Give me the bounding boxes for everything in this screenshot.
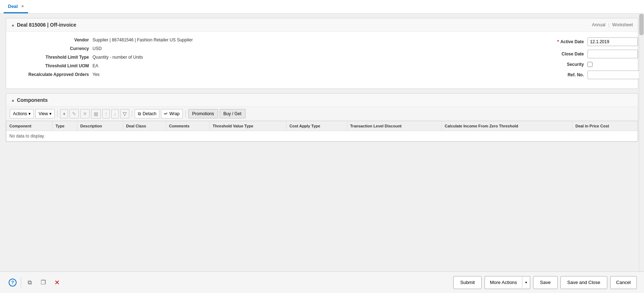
up-icon: ↑ (105, 111, 107, 117)
down-button[interactable]: ↓ (111, 109, 119, 118)
toolbar-sep-1 (57, 110, 58, 117)
components-panel-title: ▲ Components (11, 97, 48, 103)
col-description: Description (77, 121, 123, 131)
scrollbar[interactable] (639, 14, 644, 271)
actions-chevron-icon: ▾ (28, 111, 31, 116)
close-date-label: Close Date (508, 51, 587, 57)
components-table-container: Component Type Description Deal Class Co… (6, 121, 638, 141)
components-panel-header: ▲ Components (6, 94, 638, 107)
close-date-row: Close Date 📅 (508, 50, 631, 58)
active-date-label: *Active Date (508, 39, 587, 44)
wrap-icon: ↵ (164, 111, 168, 116)
delete-icon: ✕ (83, 111, 87, 117)
components-panel-title-text: Components (17, 97, 48, 103)
annual-link[interactable]: Annual (592, 22, 605, 27)
recalculate-label: Recalculate Approved Orders (13, 72, 93, 77)
components-table-body: No data to display. (6, 131, 638, 141)
threshold-limit-type-value: Quantity - number of Units (93, 55, 143, 60)
worksheet-link[interactable]: Worksheet (612, 22, 633, 27)
security-label: Security (508, 62, 587, 67)
close-date-wrap: 📅 (587, 50, 644, 58)
deal-panel-links: Annual | Worksheet (592, 22, 633, 27)
toolbar-sep-3 (185, 110, 186, 117)
table-header-row: Component Type Description Deal Class Co… (6, 121, 638, 131)
vendor-value: Supplier | 867481546 | Fashion Retailer … (93, 37, 193, 42)
currency-label: Currency (13, 46, 93, 51)
close-date-input[interactable] (587, 50, 638, 58)
filter-button[interactable]: ▽ (120, 109, 129, 118)
wrap-button[interactable]: ↵ Wrap (161, 109, 183, 118)
main-content: ▲ Deal 815006 | Off-invoice Annual | Wor… (0, 14, 644, 271)
deal-panel-title: ▲ Deal 815006 | Off-invoice (11, 22, 76, 28)
threshold-limit-uom-label: Threshold Limit UOM (13, 63, 93, 68)
view-label: View (39, 111, 48, 116)
currency-row: Currency USD (13, 46, 487, 51)
components-toolbar: Actions ▾ View ▾ + ✎ ✕ ▦ ↑ (6, 107, 638, 121)
buy-get-button[interactable]: Buy / Get (220, 109, 246, 118)
col-transaction-level-discount: Transaction Level Discount (347, 121, 442, 131)
no-data-row: No data to display. (6, 131, 638, 141)
components-panel: ▲ Components Actions ▾ View ▾ + ✎ ✕ (6, 93, 638, 142)
edit-icon: ✎ (72, 111, 76, 117)
deal-panel-header: ▲ Deal 815006 | Off-invoice Annual | Wor… (6, 18, 638, 32)
tab-bar: Deal × (0, 0, 644, 14)
up-button[interactable]: ↑ (102, 109, 110, 118)
threshold-limit-uom-row: Threshold Limit UOM EA (13, 63, 487, 68)
deal-form-right: *Active Date 📅 Close Date 📅 Security (508, 37, 631, 83)
components-collapse-icon[interactable]: ▲ (11, 98, 15, 102)
vendor-row: Vendor Supplier | 867481546 | Fashion Re… (13, 37, 487, 42)
calendar-icon: ▦ (94, 111, 98, 117)
deal-tab-close[interactable]: × (21, 4, 23, 8)
collapse-icon[interactable]: ▲ (11, 23, 15, 27)
scrollbar-thumb[interactable] (639, 14, 644, 35)
active-date-wrap: 📅 (587, 37, 644, 46)
col-comments: Comments (166, 121, 210, 131)
wrap-label: Wrap (169, 111, 179, 116)
col-threshold-value-type: Threshold Value Type (210, 121, 286, 131)
threshold-limit-type-row: Threshold Limit Type Quantity - number o… (13, 55, 487, 60)
deal-form-body: Vendor Supplier | 867481546 | Fashion Re… (6, 32, 638, 89)
add-icon: + (63, 111, 66, 117)
deal-panel-title-text: Deal 815006 | Off-invoice (17, 22, 76, 28)
deal-panel: ▲ Deal 815006 | Off-invoice Annual | Wor… (6, 18, 638, 89)
ref-no-input[interactable] (587, 71, 644, 79)
add-button[interactable]: + (60, 109, 68, 118)
col-deal-in-price-cost: Deal in Price Cost (572, 121, 638, 131)
deal-tab-label: Deal (8, 4, 18, 9)
ref-no-label: Ref. No. (508, 72, 587, 77)
security-row: Security (508, 62, 631, 67)
col-calculate-income: Calculate Income From Zero Threshold (442, 121, 572, 131)
components-table: Component Type Description Deal Class Co… (6, 121, 638, 141)
delete-button[interactable]: ✕ (80, 109, 90, 118)
col-deal-class: Deal Class (123, 121, 166, 131)
toolbar-sep-2 (132, 110, 132, 117)
detach-label: Detach (143, 111, 156, 116)
deal-tab[interactable]: Deal × (4, 0, 28, 13)
detach-icon: ⧉ (138, 111, 141, 116)
view-chevron-icon: ▾ (49, 111, 51, 116)
promotions-button[interactable]: Promotions (188, 109, 218, 118)
col-component: Component (6, 121, 53, 131)
recalculate-value: Yes (93, 72, 100, 77)
actions-button[interactable]: Actions ▾ (10, 109, 34, 118)
link-sep: | (608, 22, 609, 27)
no-data-cell: No data to display. (6, 131, 638, 141)
filter-icon: ▽ (123, 111, 127, 117)
ref-no-row: Ref. No. (508, 71, 631, 79)
view-button[interactable]: View ▾ (35, 109, 55, 118)
detach-button[interactable]: ⧉ Detach (135, 109, 159, 118)
buy-get-label: Buy / Get (224, 111, 242, 116)
down-icon: ↓ (114, 111, 116, 117)
col-type: Type (53, 121, 77, 131)
threshold-limit-uom-value: EA (93, 63, 98, 68)
promotions-label: Promotions (192, 111, 214, 116)
actions-label: Actions (13, 111, 27, 116)
vendor-label: Vendor (13, 37, 93, 42)
calendar-button[interactable]: ▦ (91, 109, 101, 118)
col-cost-apply-type: Cost Apply Type (287, 121, 347, 131)
edit-button[interactable]: ✎ (69, 109, 79, 118)
required-star: * (557, 39, 559, 44)
active-date-input[interactable] (587, 37, 638, 46)
security-checkbox[interactable] (587, 62, 593, 67)
currency-value: USD (93, 46, 102, 51)
